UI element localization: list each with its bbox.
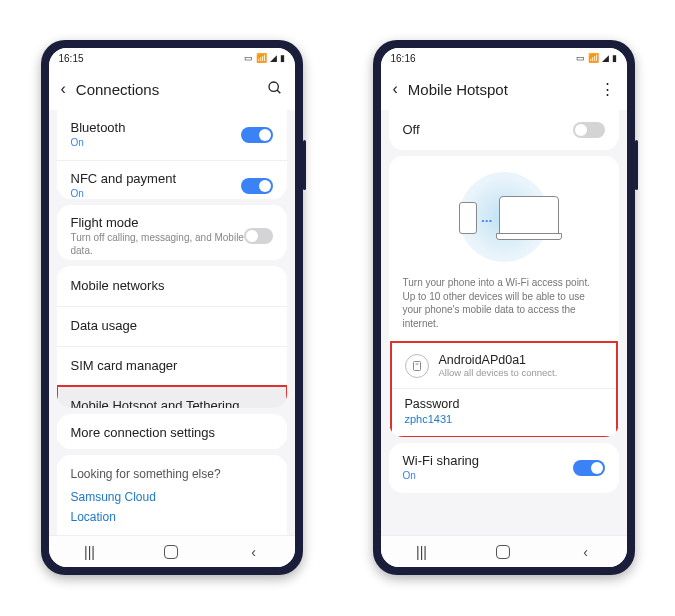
link-location[interactable]: Location [71, 507, 273, 527]
sim-label: SIM card manager [71, 358, 178, 374]
nav-home[interactable] [144, 545, 198, 559]
link-samsung-cloud[interactable]: Samsung Cloud [71, 487, 273, 507]
status-time: 16:16 [391, 53, 416, 64]
laptop-device-icon [499, 196, 559, 236]
svg-point-0 [269, 82, 278, 91]
card-icon: ▭ [576, 53, 585, 63]
flight-toggle[interactable] [244, 228, 272, 244]
hotspot-toggle[interactable] [573, 122, 605, 138]
password-label: Password [405, 397, 603, 411]
wifi-sharing-label: Wi-Fi sharing [403, 453, 480, 469]
hotspot-label: Mobile Hotspot and Tethering [71, 398, 240, 407]
phone-left: 16:15 ▭ 📶 ◢ ▮ ‹ Connections Bluetooth On [41, 40, 303, 575]
highlighted-credentials: AndroidAPd0a1 Allow all devices to conne… [391, 342, 617, 437]
section-main: ••• Turn your phone into a Wi-Fi access … [389, 156, 619, 437]
flight-label: Flight mode [71, 215, 245, 231]
page-title: Connections [76, 81, 159, 98]
doc-icon [405, 354, 429, 378]
mobile-networks-label: Mobile networks [71, 278, 165, 294]
description-text: Turn your phone into a Wi-Fi access poin… [389, 270, 619, 342]
battery-icon: ▮ [612, 53, 617, 63]
nav-recent[interactable]: ||| [62, 544, 116, 560]
section-flight: Flight mode Turn off calling, messaging,… [57, 205, 287, 260]
screen-right: 16:16 ▭ 📶 ◢ ▮ ‹ Mobile Hotspot ⋮ Off [381, 48, 627, 567]
wifi-sharing-sub: On [403, 470, 480, 483]
connection-dots-icon: ••• [482, 216, 493, 225]
wifi-sharing-toggle[interactable] [573, 460, 605, 476]
card-icon: ▭ [244, 53, 253, 63]
more-label: More connection settings [71, 425, 216, 441]
signal-icon: ◢ [270, 53, 277, 63]
row-mobile-networks[interactable]: Mobile networks [57, 266, 287, 306]
row-nfc[interactable]: NFC and payment On [57, 160, 287, 199]
page-title: Mobile Hotspot [408, 81, 508, 98]
row-bluetooth[interactable]: Bluetooth On [57, 110, 287, 160]
statusbar: 16:15 ▭ 📶 ◢ ▮ [49, 48, 295, 68]
network-sub: Allow all devices to connect. [439, 367, 558, 378]
back-button[interactable]: ‹ [393, 80, 398, 98]
bluetooth-label: Bluetooth [71, 120, 126, 136]
status-icons: ▭ 📶 ◢ ▮ [576, 53, 617, 63]
nav-back[interactable]: ‹ [558, 544, 612, 560]
section-network: Mobile networks Data usage SIM card mana… [57, 266, 287, 408]
content: Off ••• Turn your phone into a Wi-Fi acc… [381, 110, 627, 535]
prompt-question: Looking for something else? [71, 467, 273, 481]
row-password[interactable]: Password zphc1431 [391, 388, 617, 437]
svg-line-1 [277, 90, 280, 93]
section-off: Off [389, 110, 619, 150]
prompt-section: Looking for something else? Samsung Clou… [57, 455, 287, 535]
bluetooth-toggle[interactable] [241, 127, 273, 143]
status-icons: ▭ 📶 ◢ ▮ [244, 53, 285, 63]
nav-back[interactable]: ‹ [226, 544, 280, 560]
navbar: ||| ‹ [49, 535, 295, 567]
row-off[interactable]: Off [389, 110, 619, 150]
nfc-sub: On [71, 188, 177, 199]
svg-rect-2 [413, 361, 420, 370]
off-label: Off [403, 122, 420, 138]
bluetooth-sub: On [71, 137, 126, 150]
flight-sub: Turn off calling, messaging, and Mobile … [71, 232, 245, 257]
signal-icon: ◢ [602, 53, 609, 63]
content: Bluetooth On NFC and payment On Fli [49, 110, 295, 535]
row-more[interactable]: More connection settings [57, 414, 287, 449]
search-button[interactable] [267, 80, 283, 99]
search-icon [267, 80, 283, 96]
row-flight[interactable]: Flight mode Turn off calling, messaging,… [57, 205, 287, 260]
more-button[interactable]: ⋮ [600, 80, 615, 98]
section-more: More connection settings [57, 414, 287, 449]
navbar: ||| ‹ [381, 535, 627, 567]
row-data-usage[interactable]: Data usage [57, 306, 287, 346]
screen-left: 16:15 ▭ 📶 ◢ ▮ ‹ Connections Bluetooth On [49, 48, 295, 567]
header: ‹ Connections [49, 68, 295, 110]
row-sim[interactable]: SIM card manager [57, 346, 287, 386]
wifi-icon: 📶 [256, 53, 267, 63]
nfc-label: NFC and payment [71, 171, 177, 187]
row-wifi-sharing[interactable]: Wi-Fi sharing On [389, 443, 619, 493]
section-top: Bluetooth On NFC and payment On [57, 110, 287, 199]
back-button[interactable]: ‹ [61, 80, 66, 98]
data-usage-label: Data usage [71, 318, 138, 334]
phone-device-icon [459, 202, 477, 234]
password-value: zphc1431 [405, 413, 603, 425]
battery-icon: ▮ [280, 53, 285, 63]
statusbar: 16:16 ▭ 📶 ◢ ▮ [381, 48, 627, 68]
section-wifi-sharing: Wi-Fi sharing On [389, 443, 619, 493]
nfc-toggle[interactable] [241, 178, 273, 194]
row-hotspot[interactable]: Mobile Hotspot and Tethering [57, 386, 287, 408]
network-name: AndroidAPd0a1 [439, 353, 558, 367]
wifi-icon: 📶 [588, 53, 599, 63]
status-time: 16:15 [59, 53, 84, 64]
nav-recent[interactable]: ||| [394, 544, 448, 560]
nav-home[interactable] [476, 545, 530, 559]
phone-right: 16:16 ▭ 📶 ◢ ▮ ‹ Mobile Hotspot ⋮ Off [373, 40, 635, 575]
header: ‹ Mobile Hotspot ⋮ [381, 68, 627, 110]
hotspot-illustration: ••• [389, 156, 619, 270]
row-network-name[interactable]: AndroidAPd0a1 Allow all devices to conne… [391, 342, 617, 388]
